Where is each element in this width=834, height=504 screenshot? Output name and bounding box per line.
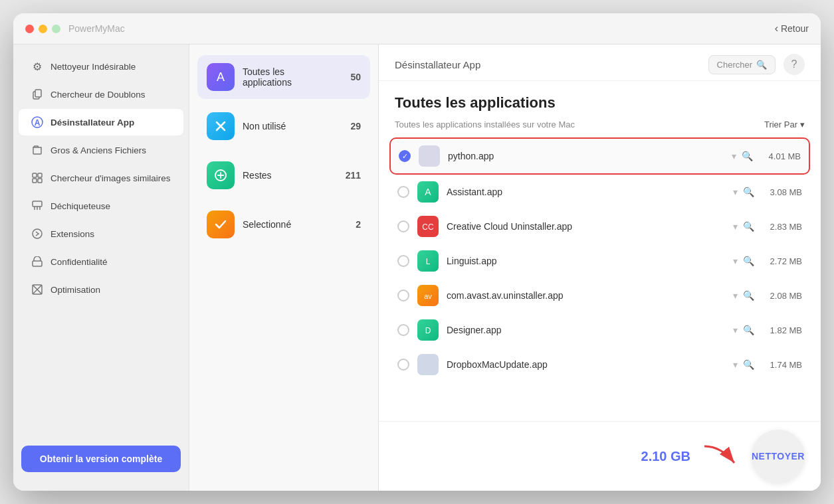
- category-unused-label: Non utilisé: [243, 121, 342, 131]
- back-button[interactable]: ‹ Retour: [775, 23, 809, 35]
- chevron-down-icon-5[interactable]: ▾: [733, 290, 738, 301]
- main-layout: ⚙ Nettoyeur Indésirable Chercheur de Dou…: [13, 44, 821, 491]
- sidebar-item-duplicates[interactable]: Chercheur de Doublons: [19, 81, 183, 108]
- svg-rect-6: [33, 179, 37, 183]
- sidebar-item-similar[interactable]: Chercheur d'images similaires: [19, 165, 183, 191]
- category-selected-label: Selectionné: [243, 219, 348, 230]
- shredder-icon: [31, 199, 44, 212]
- chevron-down-icon-4[interactable]: ▾: [733, 256, 738, 266]
- app-row-linguist[interactable]: L Linguist.app ▾ 🔍 2.72 MB: [389, 244, 810, 278]
- subtitle-text: Toutes les applications installées sur v…: [395, 120, 575, 129]
- app-row-avast[interactable]: av com.avast.av.uninstaller.app ▾ 🔍 2.08…: [389, 278, 810, 313]
- app-row-python[interactable]: python.app ▾ 🔍 4.01 MB: [389, 137, 810, 175]
- search-detail-icon-3[interactable]: 🔍: [743, 221, 754, 232]
- upgrade-button[interactable]: Obtenir la version complète: [21, 446, 181, 472]
- sidebar-item-shredder[interactable]: Déchiqueteuse: [19, 193, 183, 219]
- category-selected[interactable]: Selectionné 2: [197, 203, 370, 246]
- header-app-title: Désinstallateur App: [395, 59, 480, 70]
- sort-button[interactable]: Trier Par ▾: [764, 120, 805, 129]
- app-checkbox-creative[interactable]: [397, 220, 409, 232]
- content-footer: 2.10 GB NETTOYER: [379, 421, 821, 491]
- search-detail-icon-6[interactable]: 🔍: [743, 325, 754, 335]
- search-detail-icon-4[interactable]: 🔍: [743, 256, 754, 266]
- svg-text:CC: CC: [422, 222, 434, 232]
- category-selected-count: 2: [356, 219, 361, 230]
- svg-text:A: A: [425, 187, 431, 197]
- search-detail-icon-7[interactable]: 🔍: [743, 359, 754, 370]
- app-size-creative: 2.83 MB: [762, 222, 802, 232]
- app-icon-linguist: L: [417, 250, 439, 272]
- app-checkbox-avast[interactable]: [397, 290, 409, 301]
- content-panel: Désinstallateur App Chercher 🔍 ? Toutes …: [379, 44, 821, 491]
- app-row-assistant[interactable]: A Assistant.app ▾ 🔍 3.08 MB: [389, 175, 810, 209]
- category-selected-info: Selectionné: [243, 219, 348, 230]
- sort-label: Trier Par: [764, 120, 797, 129]
- leftovers-icon: [207, 161, 235, 189]
- sidebar-item-extensions[interactable]: Extensions: [19, 220, 183, 247]
- app-checkbox-dropbox[interactable]: [397, 359, 409, 371]
- clean-button[interactable]: NETTOYER: [752, 430, 805, 483]
- category-leftovers[interactable]: Restes 211: [197, 153, 370, 197]
- app-checkbox-assistant[interactable]: [397, 186, 409, 198]
- svg-rect-4: [33, 173, 37, 177]
- category-leftovers-label: Restes: [243, 170, 338, 181]
- sidebar-item-optimize[interactable]: Optimisation: [19, 276, 183, 303]
- app-icon-designer: D: [417, 319, 439, 341]
- app-actions-avast: ▾ 🔍: [733, 290, 754, 301]
- category-all-info: Toutes lesapplications: [243, 66, 342, 88]
- help-button[interactable]: ?: [783, 54, 805, 75]
- chevron-down-icon-3[interactable]: ▾: [733, 221, 738, 232]
- app-checkbox-designer[interactable]: [397, 324, 409, 336]
- search-box[interactable]: Chercher 🔍: [708, 55, 776, 74]
- chevron-down-icon[interactable]: ▾: [732, 151, 736, 161]
- app-name-label: PowerMyMac: [68, 23, 125, 34]
- sidebar-item-large[interactable]: Gros & Anciens Fichiers: [19, 137, 183, 163]
- app-row-designer[interactable]: D Designer.app ▾ 🔍 1.82 MB: [389, 313, 810, 347]
- app-window: PowerMyMac ‹ Retour ⚙ Nettoyeur Indésira…: [13, 13, 821, 491]
- app-row-dropbox[interactable]: DropboxMacUpdate.app ▾ 🔍 1.74 MB: [389, 347, 810, 382]
- sidebar-label-optimize: Optimisation: [51, 285, 100, 295]
- app-actions-python: ▾ 🔍: [732, 151, 753, 161]
- sidebar-label-large: Gros & Anciens Fichiers: [51, 145, 146, 155]
- traffic-lights: [25, 25, 60, 33]
- app-checkbox-linguist[interactable]: [397, 255, 409, 267]
- app-checkbox-python[interactable]: [399, 150, 411, 162]
- app-actions-linguist: ▾ 🔍: [733, 256, 754, 266]
- svg-rect-10: [33, 261, 42, 266]
- search-detail-icon[interactable]: 🔍: [742, 151, 753, 161]
- app-row-creative[interactable]: CC Creative Cloud Uninstaller.app ▾ 🔍 2.…: [389, 209, 810, 244]
- app-size-linguist: 2.72 MB: [762, 256, 802, 266]
- junk-icon: ⚙: [31, 60, 44, 73]
- app-size-designer: 1.82 MB: [762, 325, 802, 335]
- sidebar-item-privacy[interactable]: Confidentialité: [19, 248, 183, 275]
- search-icon: 🔍: [756, 60, 767, 70]
- chevron-down-icon-2[interactable]: ▾: [733, 187, 738, 197]
- category-all-label: Toutes lesapplications: [243, 66, 342, 88]
- sidebar-item-junk[interactable]: ⚙ Nettoyeur Indésirable: [19, 53, 183, 80]
- category-unused[interactable]: Non utilisé 29: [197, 104, 370, 148]
- app-icon-creative: CC: [417, 216, 439, 237]
- duplicates-icon: [31, 88, 44, 101]
- app-actions-dropbox: ▾ 🔍: [733, 359, 754, 370]
- optimize-icon: [31, 283, 44, 296]
- search-detail-icon-2[interactable]: 🔍: [743, 187, 754, 197]
- app-icon-dropbox: [417, 354, 439, 375]
- app-name-python: python.app: [448, 151, 724, 161]
- category-all[interactable]: A Toutes lesapplications 50: [197, 55, 370, 99]
- svg-text:D: D: [425, 326, 431, 335]
- chevron-down-icon-7[interactable]: ▾: [733, 359, 738, 370]
- search-detail-icon-5[interactable]: 🔍: [743, 290, 754, 301]
- sidebar-item-uninstaller[interactable]: A Désinstallateur App: [19, 109, 183, 135]
- svg-text:av: av: [424, 292, 432, 300]
- close-button[interactable]: [25, 25, 34, 33]
- sort-chevron-icon: ▾: [800, 120, 805, 129]
- app-actions-creative: ▾ 🔍: [733, 221, 754, 232]
- maximize-button[interactable]: [52, 25, 60, 33]
- minimize-button[interactable]: [39, 25, 47, 33]
- category-unused-info: Non utilisé: [243, 121, 342, 131]
- app-size-assistant: 3.08 MB: [762, 187, 802, 197]
- category-leftovers-count: 211: [346, 170, 361, 181]
- app-name-creative: Creative Cloud Uninstaller.app: [447, 221, 725, 232]
- chevron-down-icon-6[interactable]: ▾: [733, 325, 738, 335]
- svg-rect-1: [35, 90, 41, 97]
